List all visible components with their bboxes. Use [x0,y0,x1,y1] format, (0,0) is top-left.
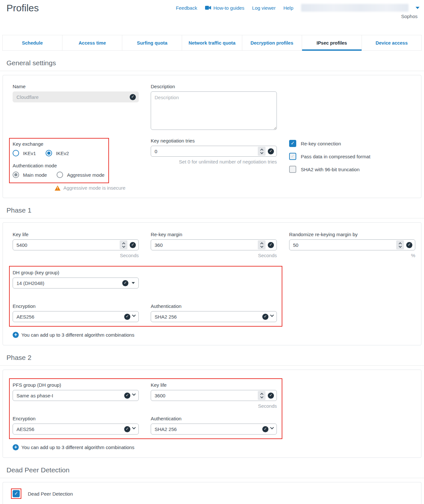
p1-algorithms-annotation-rect: DH group (key group) 14 (DH2048) Encrypt… [9,266,282,327]
p1-encryption-select[interactable]: AES256 [13,311,139,322]
chevron-down-icon [270,313,274,317]
p1-rekey-margin-field [151,239,277,250]
name-field [13,91,139,102]
radio-aggressive-mode[interactable] [57,172,63,178]
stepper-down-icon[interactable] [260,395,263,398]
account-name-redacted [301,4,408,12]
key-negotiation-field [151,146,277,157]
p1-rekey-margin-group: Re-key margin Seconds [151,232,289,258]
p2-algorithms-annotation-rect: PFS group (DH group) Same as phase-I Key… [9,378,282,439]
dpd-checkbox-annotation-rect [11,488,21,499]
p2-authentication-select[interactable]: SHA2 256 [151,424,277,435]
key-exchange-group: Key exchange IKEv1 IKEv2 Authentication … [13,138,151,191]
stepper-down-icon[interactable] [260,245,263,248]
auth-mode-label: Authentication mode [13,163,104,168]
add-icon[interactable] [13,444,19,450]
radio-ikev1-option: IKEv1 [13,150,36,156]
key-exchange-label: Key exchange [13,141,104,147]
number-stepper[interactable] [396,240,404,249]
warning-icon [55,185,60,191]
p1-dh-group: DH group (key group) 14 (DH2048) [13,270,282,289]
p2-key-life-input[interactable] [155,393,255,398]
tab-surfing-quota[interactable]: Surfing quota [122,35,182,50]
compressed-format-checkbox[interactable] [289,153,296,160]
valid-icon [130,94,136,100]
p2-key-life-field [151,390,277,401]
p1-randomize-field [289,239,415,250]
description-textarea[interactable] [151,91,277,130]
page-header: Profiles Feedback How-to guides Log view… [0,0,424,35]
p1-key-life-field [13,239,139,250]
tab-device-access[interactable]: Device access [362,35,421,50]
tab-decryption-profiles[interactable]: Decryption profiles [242,35,302,50]
description-label: Description [151,84,289,89]
p1-randomize-input[interactable] [293,242,394,248]
number-stepper[interactable] [258,240,266,249]
help-link[interactable]: Help [283,5,293,11]
tab-network-traffic-quota[interactable]: Network traffic quota [182,35,242,50]
number-stepper[interactable] [258,391,266,400]
chevron-down-icon [132,392,136,396]
valid-icon [124,393,130,399]
chevron-down-icon [132,426,136,429]
key-negotiation-group: Key negotiation tries Set 0 for unlimite… [151,138,289,164]
valid-icon [122,280,128,286]
number-stepper[interactable] [120,240,127,249]
name-label: Name [13,84,151,89]
p1-key-life-group: Key life Seconds [13,232,151,258]
radio-main-mode[interactable] [13,172,19,178]
phase2-heading: Phase 2 [0,345,424,366]
log-viewer-link[interactable]: Log viewer [252,5,276,11]
add-icon[interactable] [13,332,19,338]
phase1-heading: Phase 1 [0,198,424,218]
account-dropdown-caret-icon[interactable] [416,7,419,9]
how-to-guides-link[interactable]: How-to guides [205,5,245,11]
feedback-link[interactable]: Feedback [176,5,197,11]
p2-key-life-group: Key life Seconds [151,382,282,409]
tab-access-time[interactable]: Access time [62,35,122,50]
p2-encryption-group: Encryption AES256 [13,416,151,435]
p2-encryption-select[interactable]: AES256 [13,424,139,435]
key-negotiation-label: Key negotiation tries [151,138,289,143]
valid-icon [130,242,136,248]
valid-icon [268,148,274,154]
key-negotiation-input[interactable] [155,149,255,154]
profile-tabs: Schedule Access time Surfing quota Netwo… [2,35,422,51]
valid-icon [262,314,268,320]
number-stepper[interactable] [258,147,266,156]
stepper-down-icon[interactable] [122,245,125,248]
general-settings-panel: Name Description Key exchange [3,75,421,198]
phase2-panel: PFS group (DH group) Same as phase-I Key… [3,370,421,458]
radio-aggressive-mode-option: Aggressive mode [57,172,104,178]
dpd-heading: Dead Peer Detection [0,458,424,478]
p1-authentication-select[interactable]: SHA2 256 [151,311,277,322]
tab-schedule[interactable]: Schedule [3,35,62,50]
p1-key-life-input[interactable] [16,242,117,248]
description-field-group: Description [151,84,289,131]
compressed-format-row: Pass data in compressed format [289,153,411,160]
p1-dh-group-select[interactable]: 14 (DH2048) [13,278,139,289]
chevron-down-icon [132,313,136,317]
radio-main-mode-option: Main mode [13,172,47,178]
valid-icon [124,314,130,320]
radio-ikev2-option: IKEv2 [46,150,69,156]
tab-ipsec-profiles[interactable]: IPsec profiles [302,35,362,50]
dpd-enable-row: Dead Peer Detection [13,490,411,497]
stepper-down-icon[interactable] [260,151,263,154]
brand-label: Sophos [401,14,418,19]
stepper-down-icon[interactable] [398,245,402,248]
dpd-enable-checkbox[interactable] [13,490,20,497]
p2-pfs-group-select[interactable]: Same as phase-I [13,390,139,401]
name-field-group: Name [13,84,151,102]
name-input [16,94,127,100]
p1-rekey-margin-input[interactable] [155,242,255,248]
dpd-panel: Dead Peer Detection Check peer after eve… [3,482,421,504]
valid-icon [406,242,412,248]
options-checkbox-list: Re-key connection Pass data in compresse… [289,138,411,173]
valid-icon [268,393,274,399]
rekey-connection-checkbox[interactable] [289,140,296,147]
radio-ikev1[interactable] [13,150,19,156]
sha2-truncation-checkbox[interactable] [289,166,296,173]
aggressive-mode-warning: Aggressive mode is insecure [55,185,151,191]
radio-ikev2[interactable] [46,150,52,156]
